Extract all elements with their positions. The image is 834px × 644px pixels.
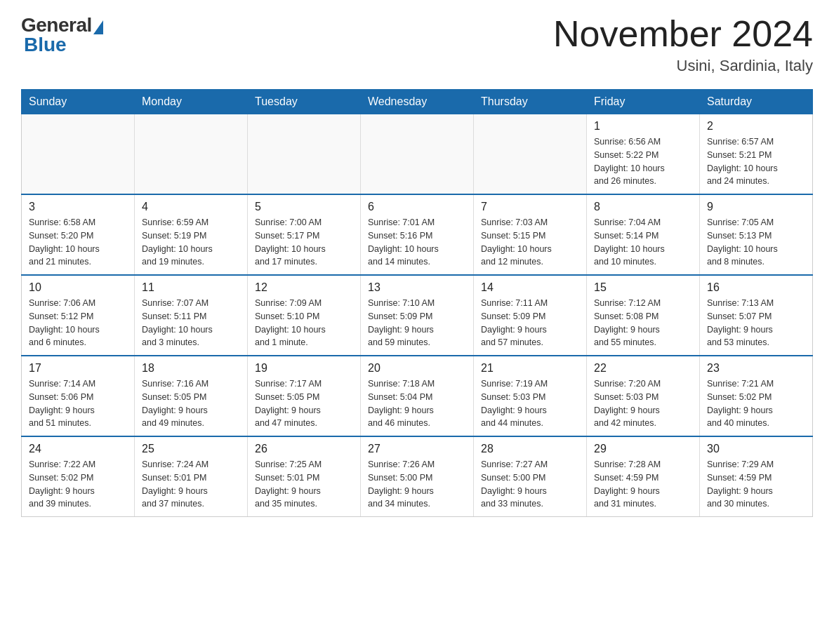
day-number: 20 [368, 362, 466, 375]
day-info: Sunrise: 7:21 AMSunset: 5:02 PMDaylight:… [707, 377, 805, 430]
day-number: 29 [594, 443, 692, 455]
calendar-cell: 13Sunrise: 7:10 AMSunset: 5:09 PMDayligh… [361, 275, 474, 356]
calendar-cell: 21Sunrise: 7:19 AMSunset: 5:03 PMDayligh… [474, 356, 587, 436]
calendar-cell [22, 114, 135, 195]
week-row-3: 10Sunrise: 7:06 AMSunset: 5:12 PMDayligh… [22, 275, 813, 356]
day-info: Sunrise: 7:07 AMSunset: 5:11 PMDaylight:… [142, 297, 240, 349]
calendar-cell: 29Sunrise: 7:28 AMSunset: 4:59 PMDayligh… [587, 436, 700, 517]
week-row-5: 24Sunrise: 7:22 AMSunset: 5:02 PMDayligh… [22, 436, 813, 517]
day-number: 23 [707, 362, 805, 375]
day-number: 3 [29, 201, 127, 213]
title-block: November 2024 Usini, Sardinia, Italy [553, 14, 813, 75]
weekday-header-monday: Monday [135, 90, 248, 114]
calendar-cell: 20Sunrise: 7:18 AMSunset: 5:04 PMDayligh… [361, 356, 474, 436]
day-info: Sunrise: 7:17 AMSunset: 5:05 PMDaylight:… [255, 377, 353, 430]
calendar-cell: 2Sunrise: 6:57 AMSunset: 5:21 PMDaylight… [700, 114, 813, 195]
day-info: Sunrise: 7:29 AMSunset: 4:59 PMDaylight:… [707, 458, 805, 511]
day-number: 28 [481, 443, 579, 455]
day-info: Sunrise: 7:01 AMSunset: 5:16 PMDaylight:… [368, 216, 466, 269]
day-info: Sunrise: 7:19 AMSunset: 5:03 PMDaylight:… [481, 377, 579, 430]
calendar-table: SundayMondayTuesdayWednesdayThursdayFrid… [21, 89, 813, 517]
calendar-cell [361, 114, 474, 195]
day-info: Sunrise: 7:24 AMSunset: 5:01 PMDaylight:… [142, 458, 240, 511]
day-info: Sunrise: 7:16 AMSunset: 5:05 PMDaylight:… [142, 377, 240, 430]
day-number: 16 [707, 281, 805, 294]
calendar-cell: 23Sunrise: 7:21 AMSunset: 5:02 PMDayligh… [700, 356, 813, 436]
logo-triangle-icon [93, 20, 103, 34]
day-number: 13 [368, 281, 466, 294]
calendar-cell: 19Sunrise: 7:17 AMSunset: 5:05 PMDayligh… [248, 356, 361, 436]
calendar-cell: 7Sunrise: 7:03 AMSunset: 5:15 PMDaylight… [474, 194, 587, 275]
day-number: 6 [368, 201, 466, 213]
day-number: 10 [29, 281, 127, 294]
day-info: Sunrise: 7:06 AMSunset: 5:12 PMDaylight:… [29, 297, 127, 349]
day-info: Sunrise: 7:14 AMSunset: 5:06 PMDaylight:… [29, 377, 127, 430]
day-number: 18 [142, 362, 240, 375]
calendar-cell: 16Sunrise: 7:13 AMSunset: 5:07 PMDayligh… [700, 275, 813, 356]
calendar-cell: 25Sunrise: 7:24 AMSunset: 5:01 PMDayligh… [135, 436, 248, 517]
calendar-cell: 22Sunrise: 7:20 AMSunset: 5:03 PMDayligh… [587, 356, 700, 436]
calendar-title: November 2024 [553, 14, 813, 54]
calendar-cell: 27Sunrise: 7:26 AMSunset: 5:00 PMDayligh… [361, 436, 474, 517]
day-info: Sunrise: 6:56 AMSunset: 5:22 PMDaylight:… [594, 135, 692, 188]
calendar-cell: 8Sunrise: 7:04 AMSunset: 5:14 PMDaylight… [587, 194, 700, 275]
week-row-4: 17Sunrise: 7:14 AMSunset: 5:06 PMDayligh… [22, 356, 813, 436]
calendar-cell [248, 114, 361, 195]
calendar-cell: 17Sunrise: 7:14 AMSunset: 5:06 PMDayligh… [22, 356, 135, 436]
calendar-cell: 10Sunrise: 7:06 AMSunset: 5:12 PMDayligh… [22, 275, 135, 356]
day-number: 27 [368, 443, 466, 455]
logo-blue-text: Blue [24, 34, 67, 56]
calendar-cell: 30Sunrise: 7:29 AMSunset: 4:59 PMDayligh… [700, 436, 813, 517]
day-number: 14 [481, 281, 579, 294]
day-number: 24 [29, 443, 127, 455]
week-row-1: 1Sunrise: 6:56 AMSunset: 5:22 PMDaylight… [22, 114, 813, 195]
calendar-cell: 12Sunrise: 7:09 AMSunset: 5:10 PMDayligh… [248, 275, 361, 356]
day-number: 7 [481, 201, 579, 213]
day-number: 25 [142, 443, 240, 455]
logo: General Blue [21, 14, 103, 56]
weekday-header-saturday: Saturday [700, 90, 813, 114]
day-info: Sunrise: 6:58 AMSunset: 5:20 PMDaylight:… [29, 216, 127, 269]
day-info: Sunrise: 7:20 AMSunset: 5:03 PMDaylight:… [594, 377, 692, 430]
day-info: Sunrise: 7:26 AMSunset: 5:00 PMDaylight:… [368, 458, 466, 511]
day-number: 19 [255, 362, 353, 375]
weekday-header-row: SundayMondayTuesdayWednesdayThursdayFrid… [22, 90, 813, 114]
weekday-header-wednesday: Wednesday [361, 90, 474, 114]
calendar-cell: 11Sunrise: 7:07 AMSunset: 5:11 PMDayligh… [135, 275, 248, 356]
day-number: 4 [142, 201, 240, 213]
day-number: 1 [594, 120, 692, 133]
day-info: Sunrise: 7:00 AMSunset: 5:17 PMDaylight:… [255, 216, 353, 269]
calendar-cell: 4Sunrise: 6:59 AMSunset: 5:19 PMDaylight… [135, 194, 248, 275]
calendar-cell: 9Sunrise: 7:05 AMSunset: 5:13 PMDaylight… [700, 194, 813, 275]
calendar-cell: 15Sunrise: 7:12 AMSunset: 5:08 PMDayligh… [587, 275, 700, 356]
weekday-header-sunday: Sunday [22, 90, 135, 114]
day-info: Sunrise: 7:27 AMSunset: 5:00 PMDaylight:… [481, 458, 579, 511]
calendar-cell: 6Sunrise: 7:01 AMSunset: 5:16 PMDaylight… [361, 194, 474, 275]
day-number: 11 [142, 281, 240, 294]
weekday-header-friday: Friday [587, 90, 700, 114]
calendar-cell: 26Sunrise: 7:25 AMSunset: 5:01 PMDayligh… [248, 436, 361, 517]
day-number: 8 [594, 201, 692, 213]
week-row-2: 3Sunrise: 6:58 AMSunset: 5:20 PMDaylight… [22, 194, 813, 275]
day-number: 17 [29, 362, 127, 375]
calendar-cell: 14Sunrise: 7:11 AMSunset: 5:09 PMDayligh… [474, 275, 587, 356]
calendar-cell: 3Sunrise: 6:58 AMSunset: 5:20 PMDaylight… [22, 194, 135, 275]
day-info: Sunrise: 7:05 AMSunset: 5:13 PMDaylight:… [707, 216, 805, 269]
day-info: Sunrise: 7:11 AMSunset: 5:09 PMDaylight:… [481, 297, 579, 349]
calendar-cell: 18Sunrise: 7:16 AMSunset: 5:05 PMDayligh… [135, 356, 248, 436]
calendar-cell: 28Sunrise: 7:27 AMSunset: 5:00 PMDayligh… [474, 436, 587, 517]
day-info: Sunrise: 7:25 AMSunset: 5:01 PMDaylight:… [255, 458, 353, 511]
day-info: Sunrise: 7:28 AMSunset: 4:59 PMDaylight:… [594, 458, 692, 511]
day-number: 2 [707, 120, 805, 133]
day-info: Sunrise: 7:03 AMSunset: 5:15 PMDaylight:… [481, 216, 579, 269]
day-number: 15 [594, 281, 692, 294]
day-number: 12 [255, 281, 353, 294]
calendar-cell: 24Sunrise: 7:22 AMSunset: 5:02 PMDayligh… [22, 436, 135, 517]
day-info: Sunrise: 7:10 AMSunset: 5:09 PMDaylight:… [368, 297, 466, 349]
page-header: General Blue November 2024 Usini, Sardin… [21, 14, 813, 75]
calendar-cell [135, 114, 248, 195]
day-info: Sunrise: 6:57 AMSunset: 5:21 PMDaylight:… [707, 135, 805, 188]
day-number: 9 [707, 201, 805, 213]
calendar-subtitle: Usini, Sardinia, Italy [553, 57, 813, 75]
day-number: 26 [255, 443, 353, 455]
